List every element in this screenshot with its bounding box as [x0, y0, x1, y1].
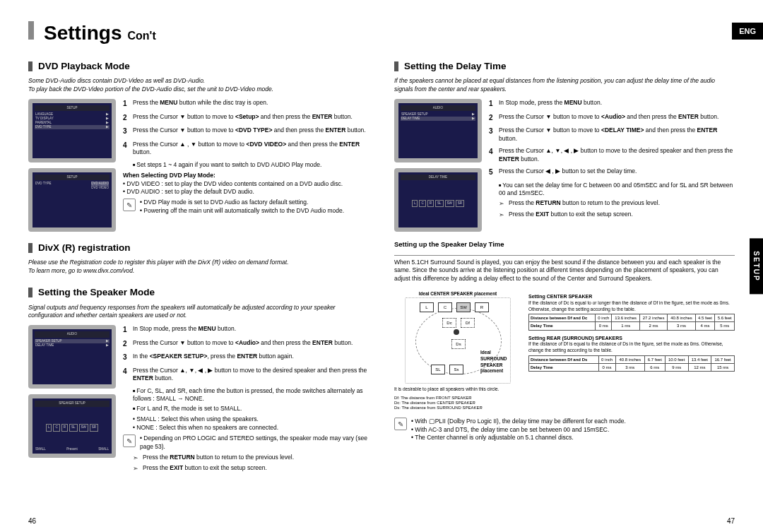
text-line: • SMALL : Select this when using the spe… [133, 415, 369, 423]
when-selecting-lines: • DVD VIDEO : set to play the DVD video … [123, 180, 369, 196]
text-line: With AC-3 and DTS, the delay time can be… [411, 426, 735, 434]
delay-steps-wrap: 1In Stop mode, press the MENU button.2Pr… [489, 99, 735, 232]
osd-audio-menu: AUDIO SPEAKER SETUP▶ DELAY TIME▶ [28, 325, 116, 389]
delay-tip-lines: With ▢PLII (Dolby Pro Logic II), the del… [411, 418, 735, 442]
note-icon: ✎ [394, 418, 407, 430]
rear-speaker-table: Distance between Df and Ds0 inch40.8 inc… [528, 355, 735, 372]
step-number: 4 [123, 141, 133, 157]
step-text: Press the Cursor ◀ , ▶ button to set the… [499, 167, 735, 177]
page-number-right: 47 [727, 517, 735, 525]
page-title-sub: Con't [127, 30, 155, 42]
text-line: • DVD AUDIO : set to play the default DV… [123, 188, 369, 196]
page-number-left: 46 [28, 517, 36, 525]
step-text: In Stop mode, press the MENU button. [499, 99, 735, 109]
delay-tip: ✎ With ▢PLII (Dolby Pro Logic II), the d… [394, 418, 735, 442]
lang-badge: ENG [732, 23, 763, 40]
text-line: • NONE : Select this when no speakers ar… [133, 424, 369, 432]
step-text: Press the Cursor ▼ button to move to <Au… [133, 339, 369, 349]
circle-note: It is desirable to place all speakers wi… [394, 386, 521, 393]
heading-dvd-playback: DVD Playback Mode [28, 60, 369, 73]
step-text: Press the Cursor ▲, ▼, ◀ , ▶ button to m… [133, 367, 369, 383]
heading-speaker-mode: Setting the Speaker Mode [28, 286, 369, 299]
text-line: Ds: The distance from SURROUND SPEAKER [394, 406, 521, 410]
speaker-sub-a: For C, SL, and SR, each time the button … [133, 387, 369, 403]
right-page: Setting the Delay Time If the speakers c… [394, 54, 735, 518]
exit-line: Press the EXIT button to exit the setup … [133, 464, 369, 473]
heading-divx: DivX (R) registration [28, 242, 369, 254]
osd-audio-delay: AUDIO SPEAKER SETUP▶ DELAY TIME▶ [394, 99, 482, 162]
dvd-playback-block: SETUP LANGUAGE▶ TV DISPLAY▶ PARENTAL▶ DV… [28, 99, 369, 232]
step-text: Press the Cursor ▼ button to move to <Au… [499, 113, 735, 123]
delay-sub-text: You can set the delay time for C between… [499, 182, 735, 198]
step-number: 5 [489, 167, 499, 177]
speaker-tip-text: Depending on PRO LOGIC and STEREO settin… [140, 435, 369, 451]
text-line: With ▢PLII (Dolby Pro Logic II), the del… [411, 418, 735, 425]
step-number: 2 [123, 339, 133, 349]
heading-delay-time: Setting the Delay Time [394, 60, 735, 73]
speaker-tip: ✎ Depending on PRO LOGIC and STEREO sett… [123, 435, 369, 451]
step-number: 2 [489, 113, 499, 123]
step-item: 2Press the Cursor ▼ button to move to <A… [489, 113, 735, 123]
page-title-main: Settings [44, 22, 122, 45]
dvd-screens: SETUP LANGUAGE▶ TV DISPLAY▶ PARENTAL▶ DV… [28, 99, 123, 232]
text-line: The Center channel is only adjustable on… [411, 434, 735, 442]
return-line: Press the RETURN button to return to the… [133, 454, 369, 462]
speaker-screens: AUDIO SPEAKER SETUP▶ DELAY TIME▶ SPEAKER… [28, 325, 123, 475]
step-number: 4 [489, 147, 499, 163]
step-number: 1 [489, 99, 499, 109]
step-item: 3In the <SPEAKER SETUP>, press the ENTER… [123, 353, 369, 362]
speaker-tip-line: Depending on PRO LOGIC and STEREO settin… [140, 435, 369, 451]
diagram-legend: Df: The distance from FRONT SPEAKERDc: T… [394, 396, 521, 411]
osd-speaker-setup: SPEAKER SETUP L C R SL SW SR SMALLPresen… [28, 394, 116, 458]
step-item: 4Press the Cursor ▲ , ▼ button to move t… [123, 141, 369, 157]
page-title: Settings Con't [28, 21, 735, 45]
note-dvd-playback: Some DVD-Audio discs contain DVD-Video a… [28, 77, 369, 93]
center-table-title: Setting CENTER SPEAKER [528, 293, 735, 300]
osd-dvd-type: SETUP DVD TYPEDVD AUDIO DVD VIDEO [28, 168, 116, 232]
step-text: Press the MENU button while the disc tra… [133, 99, 369, 109]
left-page: DVD Playback Mode Some DVD-Audio discs c… [28, 54, 369, 518]
dvd-steps-wrap: 1Press the MENU button while the disc tr… [123, 99, 369, 232]
step-item: 2Press the Cursor ▼ button to move to <A… [123, 339, 369, 349]
dvd-tip: ✎ DVD Play mode is set to DVD Audio as f… [123, 199, 369, 215]
delay-screens: AUDIO SPEAKER SETUP▶ DELAY TIME▶ DELAY T… [394, 99, 489, 232]
step-item: 3Press the Cursor ▼ button to move to <D… [489, 126, 735, 143]
step-text: Press the Cursor ▲, ▼, ◀ , ▶ button to m… [499, 147, 735, 163]
dvd-steps: 1Press the MENU button while the disc tr… [123, 99, 369, 156]
step-number: 1 [123, 99, 133, 109]
step-text: In the <SPEAKER SETUP>, press the ENTER … [133, 353, 369, 362]
step-text: Press the Cursor ▼ button to move to <DV… [133, 126, 369, 136]
step-item: 1In Stop mode, press the MENU button. [123, 325, 369, 335]
note-icon: ✎ [123, 435, 136, 447]
text-line: • DVD VIDEO : set to play the DVD video … [123, 180, 369, 188]
delay-sub-note: You can set the delay time for C between… [499, 182, 735, 198]
step-item: 4Press the Cursor ▲, ▼, ◀ , ▶ button to … [489, 147, 735, 163]
step-item: 2Press the Cursor ▼ button to move to <S… [123, 113, 369, 123]
side-tab-setup: SETUP [750, 238, 763, 294]
text-line: DVD Play mode is set to DVD Audio as fac… [140, 199, 369, 206]
step-item: 4Press the Cursor ▲, ▼, ◀ , ▶ button to … [123, 367, 369, 383]
speaker-delay-details: Ideal CENTER SPEAKER placement L C SW R … [394, 291, 735, 410]
text-line: Dc: The distance from CENTER SPEAKER [394, 401, 521, 406]
step-text: Press the Cursor ▲ , ▼ button to move to… [133, 141, 369, 157]
speaker-steps: 1In Stop mode, press the MENU button.2Pr… [123, 325, 369, 382]
step-number: 1 [123, 325, 133, 335]
step-number: 3 [123, 126, 133, 136]
return-line: Press the RETURN button to return to the… [499, 199, 735, 208]
separator [394, 255, 735, 256]
delay-tables: Setting CENTER SPEAKER If the distance o… [528, 291, 735, 410]
note-delay-time: If the speakers cannot be placed at equa… [394, 77, 735, 93]
step-number: 2 [123, 113, 133, 123]
center-speaker-table: Distance between Df and Dc0 inch13.6 inc… [528, 314, 735, 330]
note-icon: ✎ [123, 199, 136, 211]
center-table-note: If the distance of Dc is equal to or lon… [528, 300, 735, 313]
step-item: 5Press the Cursor ◀ , ▶ button to set th… [489, 167, 735, 177]
osd-delay-time: DELAY TIME L C R SL SW SR [394, 168, 482, 232]
step-text: Press the Cursor ▼ button to move to <Se… [133, 113, 369, 123]
step-text: Press the Cursor ▼ button to move to <DE… [499, 126, 735, 143]
note-speaker-mode: Signal outputs and frequency responses f… [28, 304, 369, 320]
speaker-sub-b: For L and R, the mode is set to SMALL. [133, 405, 369, 413]
dvd-sub-note-text: Set steps 1 ~ 4 again if you want to swi… [133, 161, 369, 169]
speaker-diagram: L C SW R Dc Df Ds SL Ss Ideal SURROUND S… [405, 297, 511, 384]
dvd-tip-lines: DVD Play mode is set to DVD Audio as fac… [140, 199, 369, 215]
